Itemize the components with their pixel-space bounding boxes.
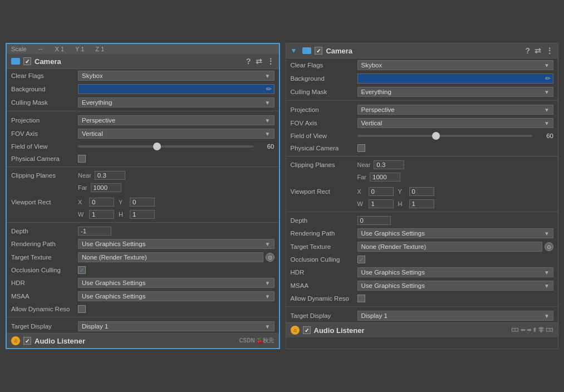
rendering-path-dropdown-left[interactable]: Use Graphics Settings ▼ (78, 239, 274, 249)
audio-enable-checkbox-right[interactable]: ✓ (303, 326, 311, 334)
target-texture-picker-right[interactable]: ⊙ (545, 242, 553, 251)
left-footer: ♫ ✓ Audio Listener CSDN 🍒秋元 (7, 333, 279, 348)
target-texture-label-right: Target Texture (291, 243, 357, 250)
fov-axis-dropdown-right[interactable]: Vertical ▼ (357, 118, 554, 128)
w-label-right: W (357, 200, 364, 207)
menu-icon-right[interactable]: ⋮ (546, 46, 553, 55)
chevron-down-icon: ▼ (265, 117, 271, 124)
h-input-left[interactable] (130, 210, 155, 219)
near-input-left[interactable] (95, 171, 125, 180)
fov-track-left[interactable] (78, 145, 253, 148)
hdr-dropdown-left[interactable]: Use Graphics Settings ▼ (78, 278, 274, 288)
fov-axis-dropdown-left[interactable]: Vertical ▼ (78, 129, 274, 139)
culling-mask-dropdown-right[interactable]: Everything ▼ (357, 87, 554, 97)
viewport-row1-right: Viewport Rect X Y (286, 185, 558, 198)
culling-mask-value-right: Everything ▼ (357, 87, 554, 97)
projection-dropdown-left[interactable]: Perspective ▼ (78, 115, 274, 125)
fov-slider-left: 60 (78, 143, 274, 150)
allow-dynamic-row-right: Allow Dynamic Reso (286, 292, 558, 305)
chevron-down-icon: ▼ (265, 73, 271, 79)
clear-flags-label-left: Clear Flags (11, 72, 78, 79)
fov-track-right[interactable] (357, 135, 533, 137)
background-color-right[interactable]: ✏ (357, 74, 554, 84)
y-input-left[interactable] (130, 198, 155, 207)
culling-mask-label-left: Culling Mask (11, 99, 78, 106)
occlusion-checkbox-right[interactable] (357, 256, 365, 263)
occlusion-label-left: Occlusion Culling (11, 267, 78, 273)
audio-listener-label-left: Audio Listener (35, 337, 85, 345)
rendering-path-dropdown-right[interactable]: Use Graphics Settings ▼ (357, 228, 554, 238)
x-input-right[interactable] (369, 187, 394, 196)
clipping-planes-label-left: Clipping Planes (11, 172, 78, 179)
far-input-right[interactable] (370, 173, 400, 182)
camera-icon-left (11, 58, 20, 65)
projection-value-right: Perspective ▼ (357, 105, 554, 115)
help-icon-right[interactable]: ? (525, 46, 530, 55)
background-color-left[interactable]: ✏ (78, 84, 274, 94)
target-display-dropdown-right[interactable]: Display 1 ▼ (357, 311, 554, 321)
settings-icon-left[interactable]: ⇄ (256, 57, 262, 66)
projection-dropdown-right[interactable]: Perspective ▼ (357, 105, 554, 115)
audio-enable-checkbox-left[interactable]: ✓ (23, 337, 31, 345)
color-picker-icon-right[interactable]: ✏ (545, 75, 551, 82)
y-input-right[interactable] (409, 187, 434, 196)
chevron-down-icon: ▼ (544, 62, 550, 68)
w-input-left[interactable] (89, 210, 114, 219)
camera-enable-checkbox-right[interactable]: ✓ (315, 47, 322, 55)
target-texture-picker-left[interactable]: ⊙ (266, 253, 274, 262)
settings-icon-right[interactable]: ⇄ (534, 46, 541, 55)
background-row-right: Background ✏ (286, 72, 558, 85)
culling-mask-dropdown-left[interactable]: Everything ▼ (78, 97, 274, 107)
hdr-row-right: HDR Use Graphics Settings ▼ (286, 266, 558, 279)
msaa-row-left: MSAA Use Graphics Settings ▼ (7, 290, 279, 303)
y-axis-label: Y 1 (75, 46, 84, 52)
clear-flags-row-left: Clear Flags Skybox ▼ (7, 69, 279, 82)
hdr-value-left: Use Graphics Settings ▼ (78, 278, 274, 288)
target-display-dropdown-left[interactable]: Display 1 ▼ (78, 321, 274, 331)
help-icon-left[interactable]: ? (246, 57, 251, 66)
clear-flags-dropdown-right[interactable]: Skybox ▼ (357, 60, 554, 70)
far-group-right: Far (357, 173, 401, 182)
fov-slider-right: 60 (357, 133, 554, 139)
depth-input-right[interactable] (357, 216, 391, 225)
physical-camera-checkbox-left[interactable] (78, 155, 86, 163)
near-input-right[interactable] (374, 160, 404, 169)
depth-row-left: Depth (7, 225, 279, 237)
fov-axis-value-left: Vertical ▼ (78, 129, 274, 139)
x-input-left[interactable] (89, 198, 114, 207)
target-texture-label-left: Target Texture (11, 254, 78, 261)
allow-dynamic-checkbox-left[interactable] (78, 305, 86, 313)
target-display-label-right: Target Display (291, 312, 357, 319)
far-label-left: Far (78, 184, 87, 191)
menu-icon-left[interactable]: ⋮ (267, 57, 274, 66)
camera-enable-checkbox-left[interactable]: ✓ (23, 57, 31, 65)
rendering-path-value-left: Use Graphics Settings ▼ (78, 239, 274, 249)
culling-mask-row-right: Culling Mask Everything ▼ (286, 85, 558, 99)
clipping-planes-label-right: Clipping Planes (291, 161, 357, 168)
fov-thumb-right[interactable] (432, 132, 440, 140)
h-input-right[interactable] (409, 199, 434, 208)
far-input-left[interactable] (91, 183, 121, 192)
msaa-dropdown-left[interactable]: Use Graphics Settings ▼ (78, 291, 274, 301)
rendering-path-label-left: Rendering Path (11, 241, 78, 247)
viewport-xy-right: X Y (357, 187, 434, 196)
hdr-dropdown-right[interactable]: Use Graphics Settings ▼ (357, 267, 554, 277)
allow-dynamic-checkbox-right[interactable] (357, 295, 365, 302)
watermark-left: CSDN 🍒秋元 (239, 337, 274, 345)
physical-camera-checkbox-right[interactable] (357, 144, 365, 152)
msaa-row-right: MSAA Use Graphics Settings ▼ (286, 279, 558, 292)
color-picker-icon-left[interactable]: ✏ (266, 85, 272, 93)
hdr-label-left: HDR (11, 280, 78, 286)
occlusion-checkbox-left[interactable] (78, 266, 86, 274)
viewport-rect-label-left: Viewport Rect (11, 199, 78, 205)
target-display-row-right: Target Display Display 1 ▼ (286, 309, 558, 322)
depth-input-left[interactable] (78, 227, 111, 236)
clear-flags-dropdown-left[interactable]: Skybox ▼ (78, 71, 274, 81)
hdr-row-left: HDR Use Graphics Settings ▼ (7, 276, 279, 290)
fov-thumb-left[interactable] (153, 143, 161, 150)
msaa-dropdown-right[interactable]: Use Graphics Settings ▼ (357, 281, 554, 291)
expand-arrow-right[interactable]: ▼ (291, 47, 297, 55)
w-input-right[interactable] (369, 199, 394, 208)
background-label-left: Background (11, 86, 78, 92)
culling-mask-value-left: Everything ▼ (78, 97, 274, 107)
